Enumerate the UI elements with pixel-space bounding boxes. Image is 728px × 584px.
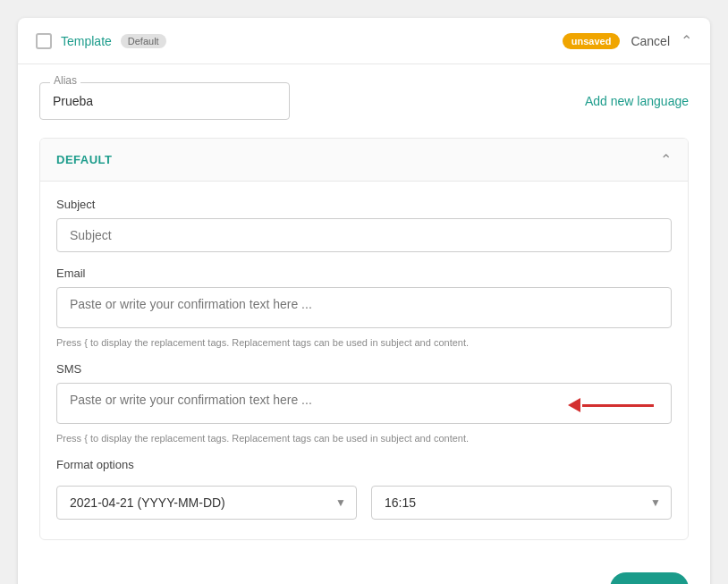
save-button[interactable]: Save <box>610 572 689 584</box>
date-select-wrapper: 2021-04-21 (YYYY-MM-DD) 04/21/2021 (MM/D… <box>56 486 357 520</box>
alias-input[interactable] <box>39 82 290 120</box>
subject-input[interactable] <box>56 218 672 252</box>
arrow-annotation <box>568 398 654 412</box>
sms-input-wrapper <box>56 383 672 427</box>
default-section-content: Subject Email Press { to display the rep… <box>40 182 688 539</box>
format-row: 2021-04-21 (YYYY-MM-DD) 04/21/2021 (MM/D… <box>56 486 672 520</box>
email-group: Email Press { to display the replacement… <box>56 267 672 348</box>
sms-group: SMS Press { to display the replacement t… <box>56 362 672 444</box>
default-collapse-icon[interactable]: ⌃ <box>660 151 672 168</box>
template-title: Template <box>61 34 112 48</box>
card-body: Alias Add new language DEFAULT ⌃ Subject… <box>18 64 710 558</box>
format-options-label: Format options <box>56 458 672 471</box>
email-label: Email <box>56 267 672 280</box>
time-select-wrapper: 16:15 4:15 PM ▼ <box>371 486 672 520</box>
date-format-select[interactable]: 2021-04-21 (YYYY-MM-DD) 04/21/2021 (MM/D… <box>56 486 357 520</box>
arrow-head <box>568 398 580 412</box>
format-options-group: Format options 2021-04-21 (YYYY-MM-DD) 0… <box>56 458 672 520</box>
main-card: Template Default unsaved Cancel ⌃ Alias … <box>18 18 710 584</box>
add-language-button[interactable]: Add new language <box>585 94 689 108</box>
collapse-icon[interactable]: ⌃ <box>681 32 692 49</box>
email-help-text: Press { to display the replacement tags.… <box>56 337 672 348</box>
alias-group: Alias Add new language <box>39 82 689 120</box>
sms-label: SMS <box>56 362 672 376</box>
select-checkbox[interactable] <box>36 33 52 49</box>
time-format-select[interactable]: 16:15 4:15 PM <box>371 486 672 520</box>
header-left: Template Default <box>36 33 166 49</box>
card-footer: Save <box>18 558 710 584</box>
default-badge: Default <box>121 34 166 48</box>
alias-wrapper: Alias <box>39 82 290 120</box>
email-input[interactable] <box>56 287 672 328</box>
card-header: Template Default unsaved Cancel ⌃ <box>18 18 710 64</box>
sms-help-text: Press { to display the replacement tags.… <box>56 433 672 444</box>
default-section: DEFAULT ⌃ Subject Email Press { to displ… <box>39 138 689 540</box>
subject-label: Subject <box>56 198 672 211</box>
alias-label: Alias <box>50 74 80 87</box>
cancel-button[interactable]: Cancel <box>631 34 670 48</box>
default-section-title: DEFAULT <box>56 153 112 166</box>
header-right: unsaved Cancel ⌃ <box>563 32 692 49</box>
default-section-header: DEFAULT ⌃ <box>40 139 688 182</box>
unsaved-badge: unsaved <box>563 33 621 49</box>
arrow-line <box>582 404 654 407</box>
subject-group: Subject <box>56 198 672 252</box>
